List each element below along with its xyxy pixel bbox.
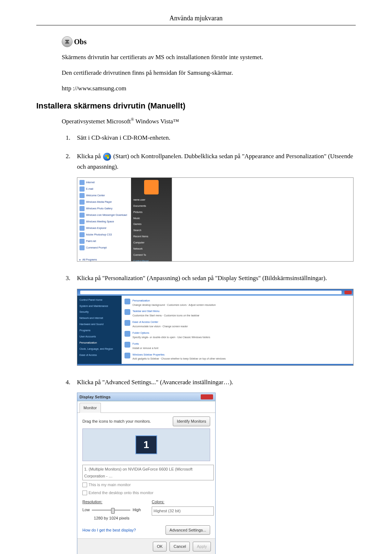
list-item[interactable]: Taskbar and Start MenuCustomize the Star… [124, 309, 350, 318]
sm-item[interactable]: Windows Meeting Space [79, 219, 129, 224]
step-2-text-a: Klicka på [77, 153, 102, 160]
screenshot-personalization-panels: Control Panel Home System and Maintenanc… [77, 289, 354, 366]
tab-monitor[interactable]: Monitor [79, 403, 101, 413]
advanced-settings-button[interactable]: Advanced Settings... [166, 525, 210, 535]
tm-mark: ™ [173, 118, 179, 124]
folder-icon [124, 331, 130, 337]
cancel-button[interactable]: Cancel [170, 542, 190, 551]
figure-3: Display Settings Monitor Drag the icons … [77, 393, 356, 554]
row-personalization[interactable]: PersonalizationChange desktop background… [124, 299, 350, 307]
sm-item[interactable]: Command Prompt [79, 245, 129, 250]
resolution-value: 1280 by 1024 pixels [82, 515, 141, 522]
sm-r-item[interactable]: Games [133, 222, 170, 226]
sm-item[interactable]: Adobe Photoshop CS3 [79, 232, 129, 237]
ok-button[interactable]: OK [153, 542, 167, 551]
sm-item[interactable]: Windows Explorer [79, 226, 129, 231]
registered-mark: ® [131, 117, 134, 122]
list-item[interactable]: Ease of Access CenterAccommodate low vis… [124, 320, 350, 329]
dialog-body: Drag the icons to match your monitors. I… [77, 413, 215, 538]
step-4: Klicka på "Advanced Settings..." (Avance… [72, 377, 356, 554]
colors-label: Colors: [152, 498, 210, 505]
monitor-select[interactable]: 1. (Multiple Monitors) on NVIDIA GeForce… [82, 465, 214, 480]
slider-high: High [132, 506, 141, 513]
step-3: Klicka på "Personalization" (Anpassning)… [72, 273, 356, 369]
resolution-label: Resolution: [82, 498, 141, 505]
sm-item[interactable]: Windows Media Player [79, 200, 129, 205]
address-bar[interactable] [80, 291, 342, 294]
sm-r-item[interactable]: Computer [133, 241, 170, 245]
steps-list: Sätt i CD-skivan i CD-ROM-enheten. Klick… [62, 133, 356, 554]
colors-select[interactable]: Highest (32 bit) [152, 506, 214, 516]
note-line-2: Den certifierade drivrutinen finns på he… [62, 68, 356, 78]
sm-r-item[interactable]: name.user [133, 198, 170, 202]
figure-1: Internet E-mail Welcome Center Windows M… [77, 177, 356, 265]
sm-item[interactable]: Windows Live Messenger Download [79, 213, 129, 218]
note-link[interactable]: http ://www.samsung.com [62, 83, 356, 94]
sm-r-item[interactable]: Connect To [133, 253, 170, 257]
sm-r-item[interactable]: Search [133, 228, 170, 233]
sm-item[interactable]: Welcome Center [79, 193, 129, 198]
sm-r-item[interactable]: Pictures [133, 210, 170, 214]
step-2: Klicka på (Start) och Kontrollpanelen. D… [72, 151, 356, 265]
start-menu-left: Internet E-mail Welcome Center Windows M… [77, 178, 131, 262]
slider-low: Low [82, 506, 90, 513]
note-line-1: Skärmens drivrutin har certifierats av M… [62, 52, 356, 63]
side-item[interactable]: Clock, Language, and Region [79, 347, 119, 351]
font-icon [124, 342, 130, 348]
display-settings-dialog: Display Settings Monitor Drag the icons … [77, 393, 216, 554]
side-item[interactable]: System and Maintenance [79, 304, 119, 308]
side-item[interactable]: User Accounts [79, 335, 119, 339]
titlebar [77, 364, 353, 365]
list-item[interactable]: Folder OptionsSpecify single- or double-… [124, 331, 350, 340]
side-item[interactable]: Hardware and Sound [79, 322, 119, 327]
tab-strip: Monitor [77, 401, 215, 413]
resolution-group: Resolution: Low High 1280 by 1024 pixels [82, 498, 141, 522]
section-heading: Installera skärmens drivrutin (Manuellt) [36, 101, 356, 111]
note-block: Obs Skärmens drivrutin har certifierats … [62, 36, 356, 94]
side-item[interactable]: Network and Internet [79, 316, 119, 320]
sm-item[interactable]: Windows Photo Gallery [79, 206, 129, 211]
titlebar [77, 289, 353, 296]
resolution-slider[interactable]: Low High [82, 506, 141, 513]
step-3-text: Klicka på "Personalization" (Anpassning)… [77, 275, 327, 282]
personalization-window: Tasks Change desktop icons Adjust font s… [77, 364, 353, 365]
dialog-buttons: OK Cancel Apply [77, 538, 215, 554]
colors-group: Colors: Highest (32 bit) [152, 498, 210, 522]
sm-all-programs[interactable]: ▸ All Programs [79, 258, 129, 262]
side-item[interactable]: Ease of Access [79, 353, 119, 357]
ease-icon [124, 320, 130, 326]
identify-monitors-button[interactable]: Identify Monitors [173, 416, 210, 426]
monitor-1-icon[interactable]: 1 [135, 435, 157, 454]
figure-2: Control Panel Home System and Maintenanc… [77, 289, 356, 369]
sidebar: Control Panel Home System and Maintenanc… [77, 296, 122, 364]
side-item[interactable]: Control Panel Home [79, 298, 119, 302]
note-icon [62, 36, 73, 47]
close-button[interactable] [201, 394, 213, 399]
sm-item[interactable]: Internet [79, 180, 129, 185]
main-monitor-checkbox[interactable]: This is my main monitor [82, 481, 210, 488]
side-item[interactable]: Security [79, 310, 119, 314]
side-item-personalization[interactable]: Personalization [79, 341, 119, 345]
close-button[interactable] [344, 291, 352, 294]
sm-item[interactable]: Paint.net [79, 239, 129, 244]
start-orb-icon [103, 153, 111, 161]
monitor-preview[interactable]: 1 [82, 428, 210, 461]
sm-r-item[interactable]: Network [133, 247, 170, 251]
list-item[interactable]: Windows Sidebar PropertiesAdd gadgets to… [124, 353, 350, 361]
help-link[interactable]: How do I get the best display? [82, 527, 136, 534]
titlebar: Display Settings [77, 393, 215, 401]
sm-r-item[interactable]: Music [133, 216, 170, 221]
sm-item[interactable]: E-mail [79, 186, 129, 192]
sm-r-item[interactable]: Recent Items [133, 234, 170, 239]
step-2-text-b: (Start) och Kontrollpanelen. Dubbelklick… [77, 153, 353, 170]
extend-desktop-checkbox[interactable]: Extend the desktop onto this monitor [82, 489, 210, 496]
sm-r-item[interactable]: Documents [133, 204, 170, 208]
header-rule [36, 25, 356, 25]
note-heading: Obs [62, 36, 356, 47]
sidebar-icon [124, 353, 130, 358]
apply-button[interactable]: Apply [193, 542, 211, 551]
sm-r-control-panel[interactable]: Control Panel [133, 259, 170, 262]
side-item[interactable]: Programs [79, 328, 119, 333]
step-1-text: Sätt i CD-skivan i CD-ROM-enheten. [77, 134, 170, 141]
list-item[interactable]: FontsInstall or remove a font [124, 342, 350, 350]
